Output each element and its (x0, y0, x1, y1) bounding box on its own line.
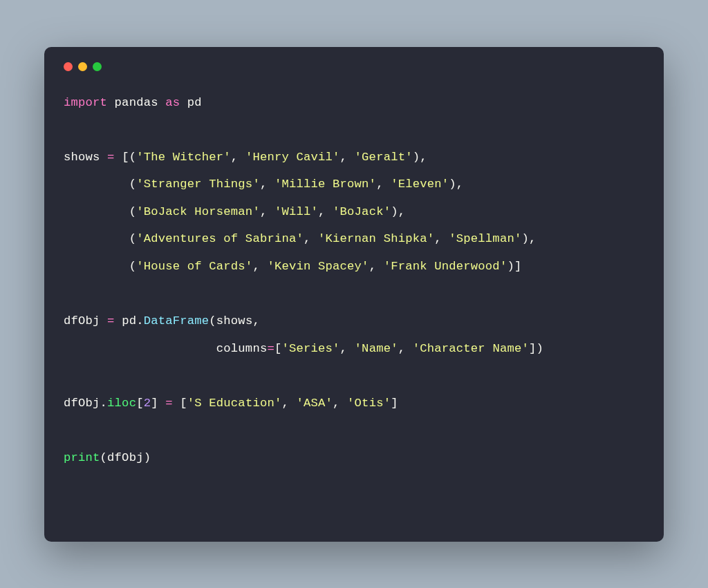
punct: ) (144, 451, 151, 464)
punct: ), (391, 205, 405, 218)
string-literal: 'Series' (281, 342, 339, 355)
punct: [( (122, 151, 136, 164)
attr-iloc: iloc (107, 397, 136, 410)
string-literal: 'Frank Underwood' (384, 260, 507, 273)
string-literal: 'Millie Brown' (274, 178, 376, 191)
punct: [ (136, 397, 144, 410)
op-eq: = (107, 314, 115, 328)
punct: , (376, 178, 391, 191)
punct: , (304, 232, 318, 245)
string-literal: 'BoJack Horseman' (136, 205, 260, 218)
punct: , (318, 205, 333, 218)
string-literal: 'Kevin Spacey' (267, 260, 369, 273)
var-shows: shows (64, 151, 100, 164)
punct: , (260, 205, 274, 218)
punct: ( (100, 451, 108, 464)
punct: , (369, 260, 384, 273)
punct: ( (209, 314, 216, 328)
fn-print: print (64, 451, 100, 464)
punct: , (340, 342, 355, 355)
punct: ( (64, 205, 136, 218)
code-block: import pandas as pd shows = [('The Witch… (64, 89, 644, 472)
punct: ]) (529, 342, 543, 355)
punct: . (136, 314, 144, 328)
close-icon[interactable] (64, 62, 73, 71)
alias-pd: pd (187, 96, 202, 109)
punct: , (434, 232, 449, 245)
op-eq: = (165, 397, 173, 410)
module-pandas: pandas (115, 96, 158, 109)
punct: , (340, 151, 355, 164)
string-literal: 'The Witcher' (136, 151, 231, 164)
string-literal: 'Geralt' (355, 151, 413, 164)
string-literal: 'Character Name' (413, 342, 529, 355)
var-dfobj: dfObj (64, 314, 100, 328)
op-eq: = (107, 151, 115, 164)
arg-shows: shows (216, 314, 253, 328)
punct: ] (151, 397, 158, 410)
number-literal: 2 (144, 397, 151, 410)
string-literal: 'Will' (274, 205, 318, 218)
punct: ( (64, 260, 136, 273)
keyword-as: as (165, 96, 180, 109)
string-literal: 'Adventures of Sabrina' (136, 232, 304, 245)
punct: , (398, 342, 413, 355)
string-literal: 'Spellman' (449, 232, 521, 245)
string-literal: 'ASA' (296, 397, 333, 410)
string-literal: 'Kiernan Shipka' (318, 232, 434, 245)
punct: [ (274, 342, 282, 355)
arg-dfobj: dfObj (107, 451, 144, 464)
string-literal: 'Eleven' (391, 178, 449, 191)
punct: ), (521, 232, 536, 245)
punct: ( (64, 232, 136, 245)
punct: ] (391, 397, 398, 410)
punct: , (333, 397, 347, 410)
punct: )] (507, 260, 521, 273)
punct: , (252, 260, 267, 273)
punct (64, 342, 216, 355)
punct: . (100, 397, 108, 410)
string-literal: 'Otis' (347, 397, 391, 410)
string-literal: 'Henry Cavil' (245, 151, 340, 164)
string-literal: 'Stranger Things' (136, 178, 260, 191)
var-dfobj: dfObj (64, 397, 100, 410)
keyword-import: import (64, 96, 107, 109)
punct: ( (64, 178, 136, 191)
kw-columns: columns (216, 342, 268, 355)
punct: , (260, 178, 274, 191)
op-eq: = (267, 342, 274, 355)
string-literal: 'BoJack' (333, 205, 391, 218)
class-dataframe: DataFrame (144, 314, 209, 328)
code-editor-window: import pandas as pd shows = [('The Witch… (44, 47, 664, 542)
string-literal: 'Name' (355, 342, 398, 355)
string-literal: 'House of Cards' (136, 260, 252, 273)
punct: , (252, 314, 260, 328)
maximize-icon[interactable] (93, 62, 102, 71)
punct: , (281, 397, 296, 410)
string-literal: 'S Education' (187, 397, 282, 410)
punct: [ (180, 397, 187, 410)
window-controls (64, 62, 644, 71)
module-pd: pd (122, 314, 136, 328)
minimize-icon[interactable] (78, 62, 87, 71)
punct: ), (449, 178, 463, 191)
punct: , (231, 151, 245, 164)
punct: ), (413, 151, 427, 164)
